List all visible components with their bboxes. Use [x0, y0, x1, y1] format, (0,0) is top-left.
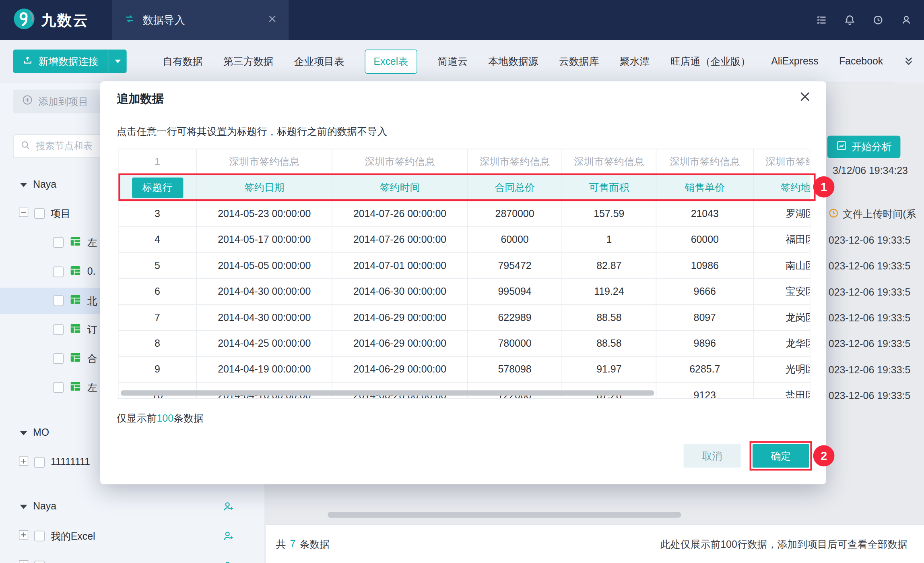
table-row[interactable]: 4 2014-05-17 00:00:00 2014-07-26 00:00:0… — [118, 227, 810, 253]
table-icon — [70, 322, 81, 337]
cancel-button[interactable]: 取消 — [684, 444, 741, 468]
user-icon[interactable] — [900, 14, 912, 26]
collapse-box-icon[interactable] — [19, 207, 28, 220]
checkbox[interactable] — [34, 531, 45, 541]
tab-data-import[interactable]: 数据导入 — [112, 0, 289, 40]
confirm-button[interactable]: 确定 — [753, 444, 809, 468]
annotation-step-1: 1 — [813, 176, 835, 198]
task-list-icon[interactable] — [816, 14, 827, 26]
start-analysis-button[interactable]: 开始分析 — [827, 136, 901, 158]
checkbox[interactable] — [53, 267, 64, 277]
collaborator-icon[interactable] — [223, 560, 234, 563]
table-cell: 盐田区 — [754, 383, 811, 399]
tree-group-label: Naya — [33, 501, 56, 512]
table-cell: 深圳市签约信息 — [468, 149, 562, 175]
checkbox[interactable] — [53, 382, 64, 393]
table-cell: 9666 — [656, 279, 754, 305]
preview-table: 1 深圳市签约信息 深圳市签约信息 深圳市签约信息 深圳市签约信息 深圳市签约信… — [118, 149, 811, 399]
row-index-cell: 9 — [118, 357, 197, 383]
table-row-original-header[interactable]: 1 深圳市签约信息 深圳市签约信息 深圳市签约信息 深圳市签约信息 深圳市签约信… — [118, 149, 810, 175]
table-cell: 2014-04-19 00:00:00 — [197, 357, 332, 383]
tree-node-partial[interactable] — [0, 553, 264, 563]
close-icon[interactable] — [799, 91, 811, 102]
table-row[interactable]: 7 2014-04-30 00:00:00 2014-06-29 00:00:0… — [118, 305, 810, 331]
main-footer: 共 7 条数据 此处仅展示前100行数据，添加到项目后可查看全部数据 — [266, 524, 924, 563]
tab-excel[interactable]: Excel表 — [365, 49, 417, 73]
collaborator-icon[interactable] — [223, 530, 234, 545]
checkbox[interactable] — [53, 237, 64, 248]
table-row[interactable]: 6 2014-04-30 00:00:00 2014-06-30 00:00:0… — [118, 279, 810, 305]
tree-leaf-label: 左 — [87, 381, 97, 394]
checkbox[interactable] — [34, 208, 45, 219]
table-row[interactable]: 9 2014-04-19 00:00:00 2014-06-29 00:00:0… — [118, 357, 810, 383]
tab-label: 数据导入 — [142, 13, 260, 27]
table-cell: 6285.7 — [656, 357, 754, 383]
table-horizontal-scrollbar[interactable] — [121, 390, 654, 395]
checkbox[interactable] — [53, 353, 64, 364]
caret-down-icon[interactable] — [20, 505, 27, 509]
table-cell: 9896 — [656, 331, 754, 356]
caret-down-icon[interactable] — [20, 182, 27, 186]
checkbox[interactable] — [34, 457, 45, 468]
tab-own-data[interactable]: 自有数据 — [163, 54, 203, 68]
table-cell: 罗湖区 — [754, 201, 811, 227]
table-row[interactable]: 8 2014-04-25 00:00:00 2014-06-29 00:00:0… — [118, 331, 810, 356]
tab-local-source[interactable]: 本地数据源 — [488, 54, 538, 68]
tree-group-naya-2[interactable]: Naya — [0, 494, 264, 520]
table-cell: 10986 — [656, 253, 754, 279]
double-chevron-down-icon[interactable] — [893, 40, 924, 83]
close-tab-icon[interactable] — [268, 14, 277, 26]
toolbar: 新增数据连接 自有数据 第三方数据 企业项目表 Excel表 简道云 本地数据源… — [0, 40, 924, 83]
bell-icon[interactable] — [844, 14, 856, 26]
checkbox[interactable] — [53, 296, 64, 306]
tab-facebook[interactable]: Facebook — [839, 56, 883, 67]
upload-time-label: 文件上传时间(系 — [843, 207, 916, 221]
table-icon — [70, 265, 81, 279]
row-count: 共 7 条数据 — [276, 525, 330, 563]
clock-orange-icon — [829, 208, 839, 221]
upload-time-value: 023-12-06 19:33:5 — [829, 261, 910, 272]
expand-box-icon[interactable] — [19, 560, 28, 563]
tree-node-my-excel[interactable]: 我的Excel — [0, 523, 264, 549]
row-count-suffix: 条数据 — [300, 538, 330, 551]
tab-third-party[interactable]: 第三方数据 — [223, 54, 273, 68]
table-cell: 龙华区 — [754, 331, 811, 356]
checkbox[interactable] — [34, 561, 45, 563]
tab-cloud-db[interactable]: 云数据库 — [559, 54, 599, 68]
modal-limit-suffix: 条数据 — [173, 413, 204, 424]
horizontal-scrollbar[interactable] — [328, 512, 681, 518]
brand-name: 九数云 — [41, 10, 89, 30]
table-row[interactable]: 3 2014-05-23 00:00:00 2014-07-26 00:00:0… — [118, 201, 810, 227]
table-cell: 2014-06-29 00:00:00 — [332, 357, 468, 383]
tab-enterprise-project[interactable]: 企业项目表 — [294, 54, 344, 68]
start-analysis-label: 开始分析 — [852, 140, 892, 154]
table-cell: 2014-07-26 00:00:00 — [332, 201, 468, 227]
collaborator-icon[interactable] — [223, 501, 234, 515]
new-connection-dropdown-button[interactable] — [108, 50, 127, 73]
upload-time-value: 023-12-06 19:33:5 — [829, 390, 910, 402]
tab-jushuitan[interactable]: 聚水潭 — [620, 54, 650, 68]
table-cell: 2014-04-30 00:00:00 — [197, 305, 332, 331]
tab-wangdiantong[interactable]: 旺店通（企业版） — [670, 54, 751, 68]
checkbox[interactable] — [53, 324, 64, 335]
table-cell: 南山区 — [754, 253, 811, 279]
search-icon — [20, 140, 31, 153]
table-row[interactable]: 5 2014-05-05 00:00:00 2014-07-01 00:00:0… — [118, 253, 810, 279]
annotation-step-2: 2 — [813, 445, 835, 467]
table-cell: 深圳市签约信息 — [656, 149, 754, 175]
expand-box-icon[interactable] — [19, 456, 28, 469]
caret-down-icon[interactable] — [20, 431, 27, 435]
chart-icon — [836, 140, 847, 154]
table-row-selected-header[interactable]: 标题行 签约日期 签约时间 合同总价 可售面积 销售单价 签约地区 — [118, 175, 810, 201]
tab-aliexpress[interactable]: AliExpress — [771, 56, 819, 67]
tab-jiandaoyun[interactable]: 简道云 — [437, 54, 468, 68]
row-index-cell: 4 — [118, 227, 197, 253]
table-cell: 宝安区 — [754, 279, 811, 305]
table-cell: 82.87 — [562, 253, 656, 279]
row-index-cell: 6 — [118, 279, 197, 305]
expand-box-icon[interactable] — [19, 530, 28, 542]
history-icon[interactable] — [872, 14, 884, 26]
table-cell: 119.24 — [562, 279, 656, 305]
new-data-connection-button[interactable]: 新增数据连接 — [13, 50, 108, 73]
table-cell: 2870000 — [468, 201, 562, 227]
